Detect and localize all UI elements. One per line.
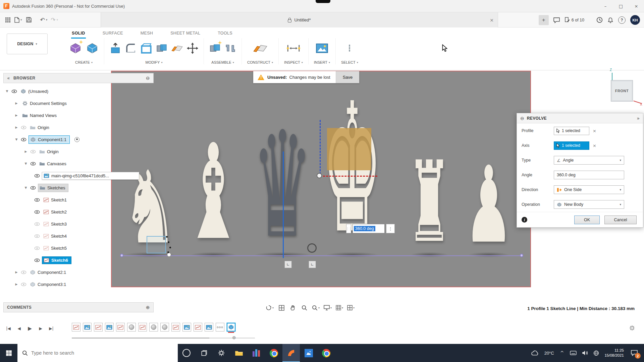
history-button[interactable] [596,17,603,23]
version-indicator[interactable]: 6 of 10 [565,17,584,23]
visibility-eye-icon[interactable] [34,198,40,202]
perpendicular-constraint-icon[interactable]: ∟ [284,261,292,268]
expand-dialog-icon[interactable]: » [637,116,640,121]
joint-button[interactable] [225,43,236,54]
undo-button[interactable]: ↶▾ [39,14,49,25]
document-tab[interactable]: Untitled* × [101,12,498,27]
task-view-button[interactable] [195,344,213,362]
touch-keyboard-icon[interactable] [570,351,577,355]
tree-item-component2[interactable]: ▶ Component2:1 [3,266,154,278]
visibility-eye-off-icon[interactable] [21,270,26,275]
visibility-eye-icon[interactable] [30,186,36,190]
start-button[interactable] [0,344,17,362]
comments-panel[interactable]: COMMENTS ⊕ [3,302,154,312]
visibility-eye-off-icon[interactable] [21,282,26,287]
timeline-settings-gear-icon[interactable] [629,325,635,331]
sketch-point[interactable] [167,253,171,257]
tree-item-sketch2[interactable]: Sketch2 [3,206,154,218]
visibility-eye-icon[interactable] [34,174,40,178]
taskbar-chrome-app-2[interactable] [317,344,335,362]
visibility-eye-off-icon[interactable] [34,246,40,250]
timeline-body-feature[interactable] [149,323,158,331]
step-forward-button[interactable]: ▶ [36,324,45,333]
tree-item-origin-2[interactable]: ▶ Origin [3,145,154,158]
caret-expanded-icon[interactable]: ▼ [14,138,19,141]
caret-collapsed-icon[interactable]: ▶ [14,270,19,274]
cortana-button[interactable] [178,344,195,362]
drag-grip-icon[interactable]: ⋮⋮ [346,224,351,233]
action-center-button[interactable]: 2 [629,348,639,358]
viewports-button[interactable]: ▾ [346,303,356,313]
search-input[interactable] [31,350,159,356]
ok-button[interactable]: OK [574,216,600,224]
press-pull-button[interactable] [110,43,121,54]
tree-item-sketch3[interactable]: Sketch3 [3,218,154,230]
caret-collapsed-icon[interactable]: ▶ [14,102,19,105]
timeline-sketch-feature[interactable] [194,323,202,331]
orbit-button[interactable]: ▾ [264,303,275,313]
axis-select-button[interactable]: 1 selected [554,141,589,150]
clear-profile-button[interactable]: × [593,128,596,133]
network-icon[interactable] [593,350,599,356]
caret-expanded-icon[interactable]: ▼ [23,162,28,165]
timeline-sketch-feature[interactable] [138,323,147,331]
timeline-sketch-feature[interactable] [171,323,180,331]
view-cube[interactable]: Z FRONT X [604,69,642,106]
tree-item-sketch6-selected[interactable]: Sketch6 [3,254,154,266]
create-form-button[interactable] [69,42,82,55]
shell-button[interactable] [141,43,152,54]
file-menu-button[interactable]: ▾ [13,14,24,25]
modify-group-label[interactable]: MODIFY▾ [146,60,163,64]
timeline-sketch-feature[interactable] [116,323,125,331]
pan-button[interactable] [288,303,298,313]
comments-button[interactable] [553,17,560,23]
caret-collapsed-icon[interactable]: ▶ [14,283,19,286]
direction-dropdown[interactable]: One Side ▾ [554,185,624,194]
workspace-selector-button[interactable]: DESIGN ▾ [7,34,48,54]
revolve-axis-line[interactable] [320,120,321,174]
timeline-body-feature[interactable] [160,323,169,331]
tree-item-canvas-image[interactable]: main-qimg-c510f8e471dcd5... [3,170,154,182]
taskbar-file-explorer-app[interactable] [230,344,248,362]
timeline-zoom-marker[interactable]: ⊕ [232,335,236,340]
axis-origin-handle[interactable] [317,173,322,178]
clear-axis-button[interactable]: × [593,143,596,148]
rotate-manipulator[interactable] [307,243,317,253]
visibility-eye-off-icon[interactable] [34,222,40,226]
offset-face-button[interactable] [171,43,183,54]
tree-item-sketch5[interactable]: Sketch5 [3,242,154,254]
tree-item-component3[interactable]: ▶ Component3:1 [3,278,154,290]
window-minimize-button[interactable]: – [598,0,613,12]
play-button[interactable]: ▶ [25,324,34,333]
taskbar-fusion-app-active[interactable] [282,344,300,362]
taskbar-winrar-app[interactable] [248,344,265,362]
info-icon[interactable]: i [522,217,527,223]
sketch-endpoint[interactable] [520,254,523,257]
selected-axis-line[interactable] [283,152,284,258]
save-button[interactable] [24,14,34,25]
volume-icon[interactable] [582,350,588,356]
select-group-label[interactable]: SELECT▾ [341,60,358,64]
tree-item-component1[interactable]: ▼ Component1:1 [3,133,154,145]
skip-to-start-button[interactable]: |◀ [4,324,13,333]
tree-item-sketch4[interactable]: Sketch4 [3,230,154,242]
tab-surface[interactable]: SURFACE [102,29,124,39]
tab-sheet-metal[interactable]: SHEET METAL [170,29,201,39]
visibility-eye-off-icon[interactable] [21,125,26,130]
temperature-widget[interactable]: 20°C [544,351,554,356]
tab-solid[interactable]: SOLID [71,29,86,39]
timeline-active-revolve-feature[interactable] [227,323,235,331]
window-close-button[interactable]: × [629,0,644,12]
viewcube-front-face[interactable]: FRONT [611,80,633,102]
visibility-eye-off-icon[interactable] [30,149,36,154]
taskbar-chrome-app[interactable] [265,344,282,362]
visibility-eye-icon[interactable] [34,258,40,262]
construct-group-label[interactable]: CONSTRUCT▾ [247,60,273,64]
tab-tools[interactable]: TOOLS [217,29,233,39]
minimize-panel-icon[interactable]: ⊖ [146,75,150,81]
step-back-button[interactable]: ◀ [15,324,23,333]
visibility-eye-off-icon[interactable] [34,234,40,238]
tab-mesh[interactable]: MESH [140,29,154,39]
create-solid-button[interactable] [86,42,99,55]
type-dropdown[interactable]: ∠ Angle ▾ [554,156,624,165]
